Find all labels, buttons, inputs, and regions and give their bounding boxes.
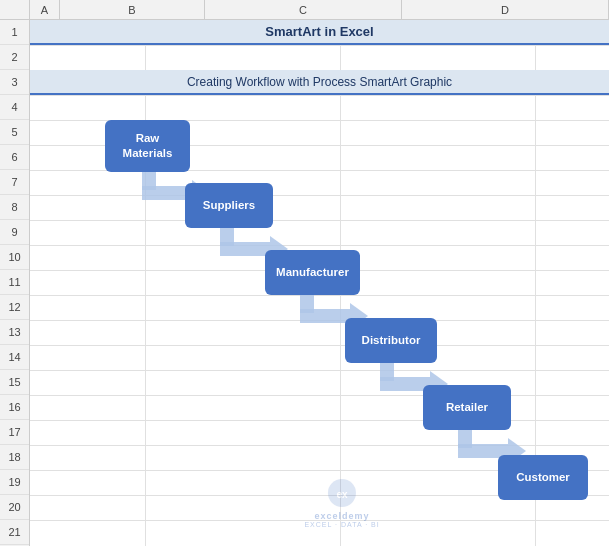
main-content: SmartArt in Excel Creating Workflow with… <box>30 20 609 546</box>
row-num: 21 <box>0 520 29 545</box>
row-num: 17 <box>0 420 29 445</box>
page-title: SmartArt in Excel <box>265 24 373 39</box>
svg-rect-4 <box>220 242 270 256</box>
row-line <box>30 395 609 396</box>
row-num: 10 <box>0 245 29 270</box>
smartart-box-suppliers: Suppliers <box>185 183 273 228</box>
rows-container: 1 2 3 4 5 6 7 8 9 10 11 12 13 14 15 16 1… <box>0 20 609 546</box>
row-num: 11 <box>0 270 29 295</box>
column-headers: A B C D <box>0 0 609 20</box>
row-line <box>30 220 609 221</box>
col-header-c: C <box>205 0 402 19</box>
row-num: 18 <box>0 445 29 470</box>
col-header-a: A <box>30 0 60 19</box>
row-line <box>30 420 609 421</box>
subtitle-bar: Creating Workflow with Process SmartArt … <box>30 70 609 95</box>
row-numbers: 1 2 3 4 5 6 7 8 9 10 11 12 13 14 15 16 1… <box>0 20 30 546</box>
col-header-b: B <box>60 0 205 19</box>
row-num: 8 <box>0 195 29 220</box>
row-line <box>30 195 609 196</box>
col-line <box>145 20 146 546</box>
smartart-box-manufacturer: Manufacturer <box>265 250 360 295</box>
row-line <box>30 245 609 246</box>
smartart-box-customer: Customer <box>498 455 588 500</box>
box-label-suppliers: Suppliers <box>203 198 255 213</box>
spreadsheet: A B C D 1 2 3 4 5 6 7 8 9 10 11 12 13 14… <box>0 0 609 546</box>
row-num: 3 <box>0 70 29 95</box>
box-label-distributor: Distributor <box>362 333 421 348</box>
corner-cell <box>0 0 30 19</box>
watermark-tagline: EXCEL · DATA · BI <box>304 521 379 528</box>
row-num: 5 <box>0 120 29 145</box>
row-line <box>30 45 609 46</box>
smartart-box-retailer: Retailer <box>423 385 511 430</box>
svg-rect-7 <box>300 309 350 323</box>
col-header-d: D <box>402 0 609 19</box>
row-line <box>30 95 609 96</box>
row-num: 15 <box>0 370 29 395</box>
row-num: 20 <box>0 495 29 520</box>
row-num: 6 <box>0 145 29 170</box>
watermark-name: exceldemy <box>315 511 370 521</box>
row-line <box>30 345 609 346</box>
row-num: 16 <box>0 395 29 420</box>
watermark-logo-icon: ex <box>326 477 358 509</box>
row-line <box>30 370 609 371</box>
box-label-manufacturer: Manufacturer <box>276 265 349 280</box>
watermark: ex exceldemy EXCEL · DATA · BI <box>304 477 379 528</box>
svg-text:ex: ex <box>337 489 349 500</box>
smartart-box-distributor: Distributor <box>345 318 437 363</box>
row-num: 19 <box>0 470 29 495</box>
box-label-raw-materials: RawMaterials <box>123 131 173 161</box>
smartart-box-raw-materials: RawMaterials <box>105 120 190 172</box>
row-num: 2 <box>0 45 29 70</box>
row-num: 4 <box>0 95 29 120</box>
box-label-customer: Customer <box>516 470 570 485</box>
row-num: 1 <box>0 20 29 45</box>
row-num: 12 <box>0 295 29 320</box>
row-num: 13 <box>0 320 29 345</box>
row-num: 9 <box>0 220 29 245</box>
row-num: 7 <box>0 170 29 195</box>
row-num: 14 <box>0 345 29 370</box>
title-bar: SmartArt in Excel <box>30 20 609 45</box>
page-subtitle: Creating Workflow with Process SmartArt … <box>187 75 452 89</box>
box-label-retailer: Retailer <box>446 400 488 415</box>
